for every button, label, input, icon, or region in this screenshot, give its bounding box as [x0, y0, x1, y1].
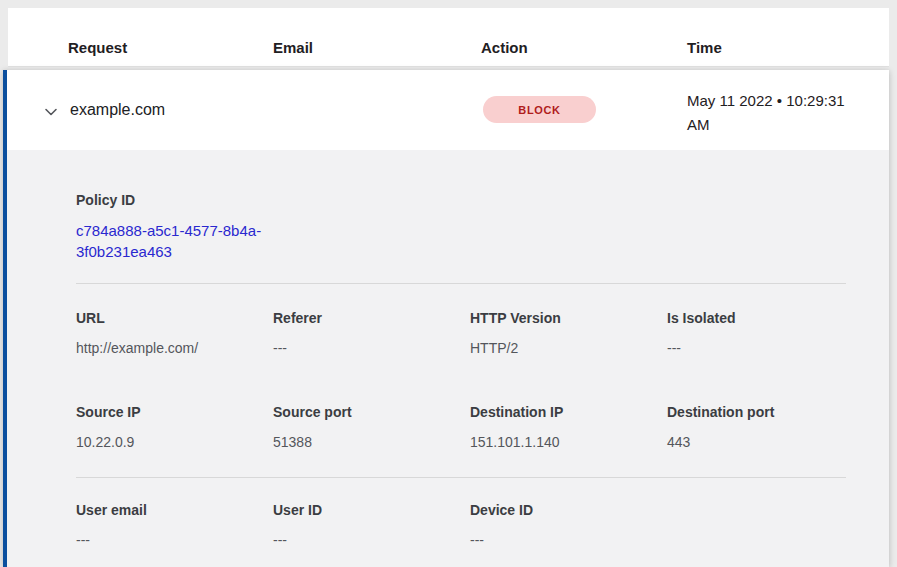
field-label: User ID [273, 502, 470, 518]
field-label: Source IP [76, 404, 273, 420]
log-row[interactable]: example.com BLOCK May 11 2022 • 10:29:31… [7, 70, 889, 150]
field-destination-port: Destination port 443 [667, 404, 864, 450]
field-value: 51388 [273, 434, 470, 450]
field-source-port: Source port 51388 [273, 404, 470, 450]
field-label: Referer [273, 310, 470, 326]
field-url: URL http://example.com/ [76, 310, 273, 356]
field-label: Source port [273, 404, 470, 420]
detail-field-row: URL http://example.com/ Referer --- HTTP… [76, 310, 864, 356]
field-value: --- [273, 532, 470, 548]
log-table-header: Request Email Action Time [8, 8, 889, 67]
field-label: Destination port [667, 404, 864, 420]
field-value: --- [470, 532, 667, 548]
field-label: Is Isolated [667, 310, 864, 326]
section-divider [76, 283, 846, 284]
request-timestamp: May 11 2022 • 10:29:31 AM [687, 89, 862, 137]
field-value: --- [76, 532, 273, 548]
field-value: --- [273, 340, 470, 356]
policy-id-label: Policy ID [76, 192, 135, 208]
section-divider [76, 477, 846, 478]
field-destination-ip: Destination IP 151.101.1.140 [470, 404, 667, 450]
field-user-email: User email --- [76, 502, 273, 548]
field-label: URL [76, 310, 273, 326]
field-label: User email [76, 502, 273, 518]
field-label: HTTP Version [470, 310, 667, 326]
field-user-id: User ID --- [273, 502, 470, 548]
field-label: Destination IP [470, 404, 667, 420]
field-value: http://example.com/ [76, 340, 273, 356]
column-header-email: Email [273, 39, 313, 56]
field-value: 443 [667, 434, 864, 450]
field-referer: Referer --- [273, 310, 470, 356]
column-header-time: Time [687, 39, 722, 56]
expanded-log-entry: example.com BLOCK May 11 2022 • 10:29:31… [3, 70, 889, 567]
column-header-action: Action [481, 39, 528, 56]
field-value: HTTP/2 [470, 340, 667, 356]
field-source-ip: Source IP 10.22.0.9 [76, 404, 273, 450]
action-status-badge: BLOCK [483, 96, 596, 123]
request-domain: example.com [70, 101, 165, 119]
field-value: --- [667, 340, 864, 356]
field-device-id: Device ID --- [470, 502, 667, 548]
field-value: 151.101.1.140 [470, 434, 667, 450]
chevron-down-icon [43, 108, 59, 123]
policy-id-link[interactable]: c784a888-a5c1-4577-8b4a-3f0b231ea463 [76, 220, 281, 262]
column-header-request: Request [68, 39, 127, 56]
collapse-row-button[interactable] [41, 102, 61, 122]
field-value: 10.22.0.9 [76, 434, 273, 450]
detail-field-row: User email --- User ID --- Device ID --- [76, 502, 667, 548]
detail-field-row: Source IP 10.22.0.9 Source port 51388 De… [76, 404, 864, 450]
field-is-isolated: Is Isolated --- [667, 310, 864, 356]
field-label: Device ID [470, 502, 667, 518]
log-detail-panel: Policy ID c784a888-a5c1-4577-8b4a-3f0b23… [7, 150, 889, 567]
field-http-version: HTTP Version HTTP/2 [470, 310, 667, 356]
